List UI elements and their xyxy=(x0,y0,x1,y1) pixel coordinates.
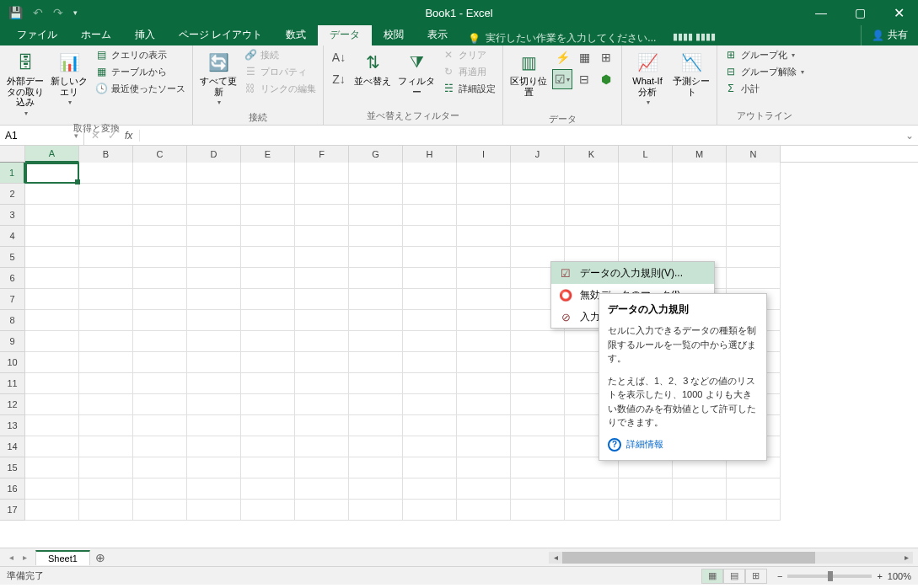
cell-F8[interactable] xyxy=(295,310,349,331)
sheet-nav[interactable]: ◂▸ xyxy=(0,553,35,562)
cell-G9[interactable] xyxy=(349,331,403,352)
tab-formulas[interactable]: 数式 xyxy=(274,24,318,45)
sort-desc-button[interactable]: Z↓ xyxy=(329,69,349,89)
cell-D1[interactable] xyxy=(187,163,241,184)
cell-K1[interactable] xyxy=(565,163,619,184)
cell-N3[interactable] xyxy=(727,205,781,226)
cell-G15[interactable] xyxy=(349,457,403,478)
cell-A14[interactable] xyxy=(25,436,79,457)
cell-A4[interactable] xyxy=(25,226,79,247)
cell-M1[interactable] xyxy=(673,163,727,184)
cell-A2[interactable] xyxy=(25,184,79,205)
cell-C9[interactable] xyxy=(133,331,187,352)
cell-J10[interactable] xyxy=(511,352,565,373)
zoom-percent[interactable]: 100% xyxy=(888,571,911,581)
cell-G13[interactable] xyxy=(349,415,403,436)
cell-G8[interactable] xyxy=(349,310,403,331)
cell-B6[interactable] xyxy=(79,268,133,289)
cell-K3[interactable] xyxy=(565,205,619,226)
minimize-button[interactable]: — xyxy=(802,0,840,25)
cell-B10[interactable] xyxy=(79,352,133,373)
cell-I11[interactable] xyxy=(457,373,511,394)
subtotal-button[interactable]: Σ小計 xyxy=(722,81,806,96)
cell-E9[interactable] xyxy=(241,331,295,352)
col-header-M[interactable]: M xyxy=(673,146,727,163)
cell-I1[interactable] xyxy=(457,163,511,184)
cell-B5[interactable] xyxy=(79,247,133,268)
relationships-button[interactable]: ⊟ xyxy=(574,69,594,89)
cell-M4[interactable] xyxy=(673,226,727,247)
cell-D14[interactable] xyxy=(187,436,241,457)
col-header-J[interactable]: J xyxy=(511,146,565,163)
cell-F2[interactable] xyxy=(295,184,349,205)
cell-E7[interactable] xyxy=(241,289,295,310)
row-header-3[interactable]: 3 xyxy=(0,205,25,226)
cell-G7[interactable] xyxy=(349,289,403,310)
cell-G4[interactable] xyxy=(349,226,403,247)
cell-B8[interactable] xyxy=(79,310,133,331)
cell-F10[interactable] xyxy=(295,352,349,373)
cell-G17[interactable] xyxy=(349,500,403,521)
cell-E12[interactable] xyxy=(241,394,295,415)
cell-D11[interactable] xyxy=(187,373,241,394)
cell-D9[interactable] xyxy=(187,331,241,352)
cell-F1[interactable] xyxy=(295,163,349,184)
cell-E1[interactable] xyxy=(241,163,295,184)
tell-me[interactable]: 💡 実行したい作業を入力してください... xyxy=(459,31,664,45)
col-header-B[interactable]: B xyxy=(79,146,133,163)
cell-F4[interactable] xyxy=(295,226,349,247)
filter-button[interactable]: ⧩フィルター xyxy=(396,47,437,100)
cell-B17[interactable] xyxy=(79,500,133,521)
cell-E17[interactable] xyxy=(241,500,295,521)
cell-D7[interactable] xyxy=(187,289,241,310)
cell-I15[interactable] xyxy=(457,457,511,478)
cell-L1[interactable] xyxy=(619,163,673,184)
tab-view[interactable]: 表示 xyxy=(416,24,459,45)
cell-J14[interactable] xyxy=(511,436,565,457)
col-header-D[interactable]: D xyxy=(187,146,241,163)
new-query-button[interactable]: 📊新しいクエリ▾ xyxy=(49,47,89,110)
cell-E14[interactable] xyxy=(241,436,295,457)
cell-C16[interactable] xyxy=(133,478,187,500)
cell-A11[interactable] xyxy=(25,373,79,394)
row-header-12[interactable]: 12 xyxy=(0,394,25,415)
sort-asc-button[interactable]: A↓ xyxy=(329,47,349,67)
cell-D16[interactable] xyxy=(187,478,241,500)
cell-J16[interactable] xyxy=(511,478,565,500)
cell-E2[interactable] xyxy=(241,184,295,205)
data-validation-button[interactable]: ☑▾ xyxy=(552,69,572,89)
col-header-L[interactable]: L xyxy=(619,146,673,163)
cell-J9[interactable] xyxy=(511,331,565,352)
cell-G10[interactable] xyxy=(349,352,403,373)
cell-I7[interactable] xyxy=(457,289,511,310)
cell-B11[interactable] xyxy=(79,373,133,394)
cell-H12[interactable] xyxy=(403,394,457,415)
cell-L3[interactable] xyxy=(619,205,673,226)
cell-E6[interactable] xyxy=(241,268,295,289)
cell-C5[interactable] xyxy=(133,247,187,268)
cell-A17[interactable] xyxy=(25,500,79,521)
cell-G16[interactable] xyxy=(349,478,403,500)
cell-B2[interactable] xyxy=(79,184,133,205)
cell-M17[interactable] xyxy=(673,500,727,521)
tab-data[interactable]: データ xyxy=(318,24,372,45)
cell-H15[interactable] xyxy=(403,457,457,478)
cell-C12[interactable] xyxy=(133,394,187,415)
cell-E10[interactable] xyxy=(241,352,295,373)
zoom-slider[interactable] xyxy=(787,575,872,578)
row-header-7[interactable]: 7 xyxy=(0,289,25,310)
recent-sources-button[interactable]: 🕓最近使ったソース xyxy=(93,81,187,96)
cell-M16[interactable] xyxy=(673,478,727,500)
cell-B9[interactable] xyxy=(79,331,133,352)
cell-D5[interactable] xyxy=(187,247,241,268)
zoom-in[interactable]: + xyxy=(877,571,882,581)
cell-F15[interactable] xyxy=(295,457,349,478)
row-header-5[interactable]: 5 xyxy=(0,247,25,268)
col-header-H[interactable]: H xyxy=(403,146,457,163)
whatif-button[interactable]: 📈What-If 分析▾ xyxy=(627,47,668,110)
cell-E11[interactable] xyxy=(241,373,295,394)
cell-G6[interactable] xyxy=(349,268,403,289)
advanced-filter-button[interactable]: ☵詳細設定 xyxy=(440,81,497,96)
cell-J2[interactable] xyxy=(511,184,565,205)
cell-L15[interactable] xyxy=(619,457,673,478)
